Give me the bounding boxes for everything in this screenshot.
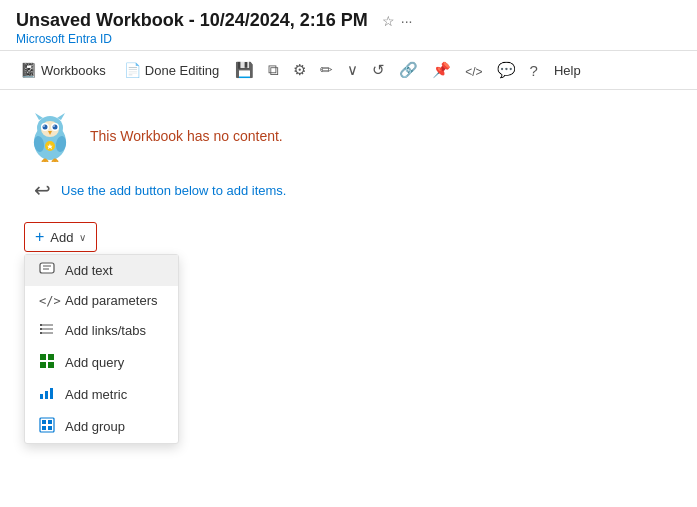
svg-point-7 [43,125,45,127]
add-hint-text: Use the add button below to add items. [61,183,286,198]
svg-rect-41 [42,426,46,430]
edit-chevron-button[interactable]: ∨ [341,57,364,83]
svg-rect-29 [40,328,42,330]
svg-point-10 [53,125,55,127]
svg-rect-42 [48,426,52,430]
add-group-label: Add group [65,419,125,434]
feedback-icon: 💬 [497,61,516,78]
add-links-icon [39,322,55,339]
chevron-down-icon: ∨ [347,61,358,78]
pin-icon: 📌 [432,61,451,78]
add-parameters-item[interactable]: </> Add parameters [25,286,178,315]
add-links-label: Add links/tabs [65,323,146,338]
workbooks-button[interactable]: 📓 Workbooks [12,58,114,82]
title-row: Unsaved Workbook - 10/24/2024, 2:16 PM ☆… [16,10,681,31]
svg-point-6 [43,125,48,130]
edit-button[interactable]: ✏ [314,57,339,83]
more-icon[interactable]: ··· [401,13,413,29]
add-label: Add [50,230,73,245]
help-icon[interactable]: ? [524,58,544,83]
done-editing-icon: 📄 [124,62,141,78]
add-hint: ↩ Use the add button below to add items. [34,178,673,202]
svg-rect-40 [48,420,52,424]
svg-rect-33 [40,362,46,368]
save-icon: 💾 [235,61,254,78]
settings-button[interactable]: ⚙ [287,57,312,83]
help-button[interactable]: Help [546,59,589,82]
feedback-button[interactable]: 💬 [491,57,522,83]
clone-button[interactable]: ⧉ [262,57,285,83]
main-content: This Workbook has no content. ↩ Use the … [0,90,697,272]
share-icon: 🔗 [399,61,418,78]
help-label: Help [554,63,581,78]
plus-icon: + [35,228,44,246]
svg-rect-37 [50,388,53,399]
add-button[interactable]: + Add ∨ [24,222,97,252]
svg-rect-32 [48,354,54,360]
svg-rect-30 [40,332,42,334]
refresh-icon: ↺ [372,61,385,78]
add-group-icon [39,417,55,436]
add-query-icon [39,353,55,372]
svg-rect-36 [45,391,48,399]
add-text-icon [39,262,55,279]
svg-rect-31 [40,354,46,360]
svg-rect-28 [40,324,42,326]
question-mark-icon: ? [530,62,538,79]
add-dropdown-menu: Add text </> Add parameters Ad [24,254,179,444]
svg-point-9 [53,125,58,130]
workbooks-label: Workbooks [41,63,106,78]
add-text-item[interactable]: Add text [25,255,178,286]
settings-icon: ⚙ [293,61,306,78]
svg-rect-34 [48,362,54,368]
add-metric-label: Add metric [65,387,127,402]
add-metric-item[interactable]: Add metric [25,379,178,410]
add-group-item[interactable]: Add group [25,410,178,443]
add-parameters-label: Add parameters [65,293,158,308]
toolbar: 📓 Workbooks 📄 Done Editing 💾 ⧉ ⚙ ✏ ∨ ↺ 🔗… [0,51,697,90]
workbooks-icon: 📓 [20,62,37,78]
svg-rect-22 [40,263,54,273]
owl-icon [24,110,76,162]
header-icons: ☆ ··· [382,13,413,29]
add-chevron-icon: ∨ [79,232,86,243]
embed-button[interactable]: </> [459,58,488,83]
share-button[interactable]: 🔗 [393,57,424,83]
page-header: Unsaved Workbook - 10/24/2024, 2:16 PM ☆… [0,0,697,51]
svg-rect-35 [40,394,43,399]
add-metric-icon [39,386,55,403]
done-editing-button[interactable]: 📄 Done Editing [116,58,227,82]
add-links-item[interactable]: Add links/tabs [25,315,178,346]
no-content-message: This Workbook has no content. [24,110,673,162]
page-title: Unsaved Workbook - 10/24/2024, 2:16 PM [16,10,368,31]
add-text-label: Add text [65,263,113,278]
no-content-text: This Workbook has no content. [90,128,283,144]
add-query-item[interactable]: Add query [25,346,178,379]
done-editing-label: Done Editing [145,63,219,78]
refresh-button[interactable]: ↺ [366,57,391,83]
svg-rect-39 [42,420,46,424]
page-subtitle: Microsoft Entra ID [16,32,681,46]
add-button-container: + Add ∨ Add text </> Add parameters [24,222,97,252]
pin-button[interactable]: 📌 [426,57,457,83]
edit-icon: ✏ [320,61,333,78]
curved-arrow-icon: ↩ [34,178,51,202]
embed-icon: </> [465,65,482,79]
pin-icon[interactable]: ☆ [382,13,395,29]
add-query-label: Add query [65,355,124,370]
clone-icon: ⧉ [268,61,279,78]
add-parameters-icon: </> [39,294,55,308]
save-button[interactable]: 💾 [229,57,260,83]
